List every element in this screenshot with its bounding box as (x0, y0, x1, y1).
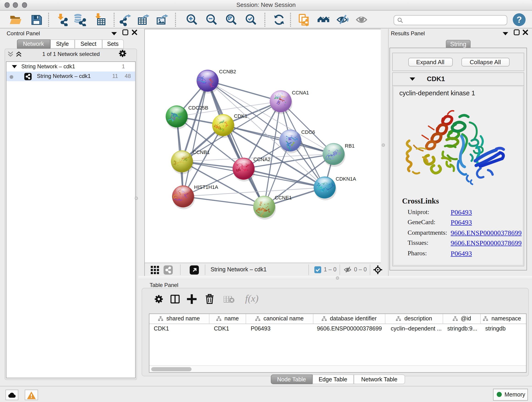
svg-text:CDC6: CDC6 (301, 129, 315, 135)
svg-text:RB1: RB1 (345, 143, 355, 148)
svg-text:CCNA2: CCNA2 (253, 156, 270, 162)
svg-text:?: ? (516, 15, 522, 25)
svg-text:HIST1H1A: HIST1H1A (194, 184, 218, 190)
svg-text:CDC25B: CDC25B (188, 105, 208, 110)
svg-text:CCNE1: CCNE1 (274, 195, 292, 200)
svg-text:CCNB1: CCNB1 (192, 149, 210, 155)
svg-text:CDKN1A: CDKN1A (336, 176, 356, 182)
svg-text:CCNA1: CCNA1 (292, 89, 309, 95)
svg-text:CDK1: CDK1 (234, 113, 247, 119)
svg-text:CCNB2: CCNB2 (219, 69, 236, 74)
